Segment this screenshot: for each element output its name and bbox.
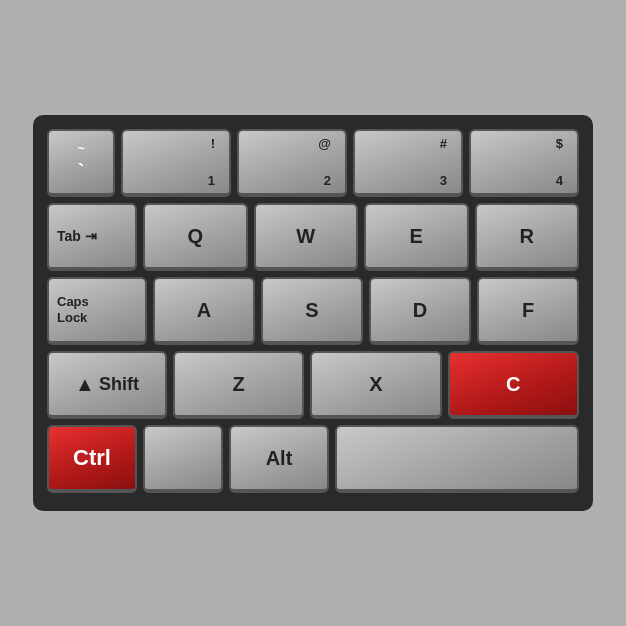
row-qwer: Tab ⇥ Q W E R: [47, 203, 579, 271]
key-q[interactable]: Q: [143, 203, 248, 271]
caps-label-1: Caps: [57, 294, 89, 310]
key-1-bottom: 1: [208, 174, 215, 187]
alt-label: Alt: [266, 448, 293, 468]
key-q-label: Q: [187, 226, 203, 246]
key-z[interactable]: Z: [173, 351, 304, 419]
key-s[interactable]: S: [261, 277, 363, 345]
key-f[interactable]: F: [477, 277, 579, 345]
key-f-label: F: [522, 300, 534, 320]
key-caps-lock[interactable]: Caps Lock: [47, 277, 147, 345]
key-w-label: W: [296, 226, 315, 246]
shift-arrow-icon: ▲: [75, 373, 95, 396]
key-z-label: Z: [233, 374, 245, 394]
key-d-label: D: [413, 300, 427, 320]
key-2[interactable]: @ 2: [237, 129, 347, 197]
key-alt[interactable]: Alt: [229, 425, 329, 493]
ctrl-label: Ctrl: [73, 447, 111, 469]
row-bottom: Ctrl Alt: [47, 425, 579, 493]
shift-label: Shift: [99, 374, 139, 395]
key-s-label: S: [305, 300, 318, 320]
row-numbers: ~ ` ! 1 @ 2 # 3 $ 4: [47, 129, 579, 197]
key-a-label: A: [197, 300, 211, 320]
key-r-label: R: [520, 226, 534, 246]
key-2-bottom: 2: [324, 174, 331, 187]
key-x[interactable]: X: [310, 351, 441, 419]
key-2-top: @: [318, 137, 331, 150]
key-e[interactable]: E: [364, 203, 469, 271]
key-e-label: E: [410, 226, 423, 246]
key-3-bottom: 3: [440, 174, 447, 187]
key-tilde[interactable]: ~ `: [47, 129, 115, 197]
key-4[interactable]: $ 4: [469, 129, 579, 197]
tab-label: Tab ⇥: [57, 228, 97, 245]
key-4-bottom: 4: [556, 174, 563, 187]
tilde-top-label: ~: [77, 141, 85, 156]
row-zxc: ▲ Shift Z X C: [47, 351, 579, 419]
key-w[interactable]: W: [254, 203, 359, 271]
key-c[interactable]: C: [448, 351, 579, 419]
tilde-bottom-label: `: [78, 160, 85, 183]
key-a[interactable]: A: [153, 277, 255, 345]
key-space[interactable]: [335, 425, 579, 493]
row-asdf: Caps Lock A S D F: [47, 277, 579, 345]
key-3[interactable]: # 3: [353, 129, 463, 197]
key-r[interactable]: R: [475, 203, 580, 271]
key-ctrl[interactable]: Ctrl: [47, 425, 137, 493]
key-1-top: !: [211, 137, 215, 150]
key-blank-1[interactable]: [143, 425, 223, 493]
keyboard: ~ ` ! 1 @ 2 # 3 $ 4: [33, 115, 593, 511]
key-1[interactable]: ! 1: [121, 129, 231, 197]
key-3-top: #: [440, 137, 447, 150]
caps-label-2: Lock: [57, 310, 87, 326]
key-d[interactable]: D: [369, 277, 471, 345]
key-4-top: $: [556, 137, 563, 150]
key-c-label: C: [506, 374, 520, 394]
key-x-label: X: [369, 374, 382, 394]
key-tab[interactable]: Tab ⇥: [47, 203, 137, 271]
key-shift[interactable]: ▲ Shift: [47, 351, 167, 419]
